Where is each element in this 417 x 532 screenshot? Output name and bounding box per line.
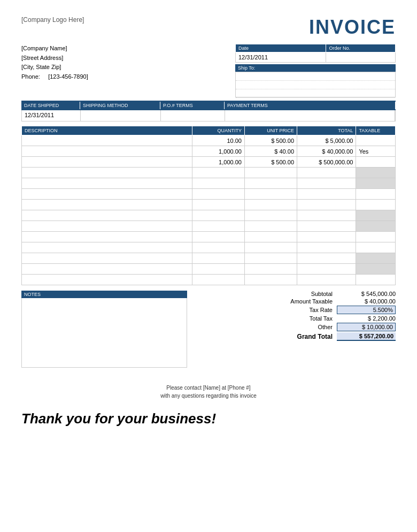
- subtotal-label: Subtotal: [268, 291, 333, 297]
- table-row: [22, 232, 396, 242]
- item-quantity: [192, 210, 244, 221]
- amount-taxable-label: Amount Taxable: [268, 298, 333, 305]
- ship-col1-label: DATE SHIPPED: [21, 102, 80, 109]
- item-unit-price: $ 500.00: [244, 157, 297, 168]
- item-taxable: [356, 210, 396, 221]
- shipping-header: DATE SHIPPED SHIPPING METHOD P.O.# TERMS…: [21, 101, 396, 110]
- table-row: 1,000.00$ 500.00$ 500,000.00: [22, 157, 396, 168]
- item-description: [22, 146, 192, 157]
- ship-col4-value: [225, 110, 395, 121]
- item-description: [22, 157, 192, 168]
- info-section: [Company Name] [Street Address] [City, S…: [21, 44, 396, 97]
- item-taxable: [356, 242, 396, 253]
- item-description: [22, 275, 192, 285]
- item-total: [297, 178, 356, 189]
- item-total: [297, 253, 356, 264]
- ship-col3-label: P.O.# TERMS: [160, 102, 225, 109]
- item-quantity: [192, 264, 244, 275]
- item-unit-price: [244, 210, 297, 221]
- notes-body[interactable]: [21, 298, 187, 368]
- table-row: 1,000.00$ 40.00$ 40,000.00Yes: [22, 146, 396, 157]
- table-row: [22, 242, 396, 253]
- phone-value: [123-456-7890]: [48, 73, 88, 80]
- item-description: [22, 242, 192, 253]
- item-taxable: [356, 221, 396, 232]
- thank-you-message: Thank you for your business!: [21, 411, 396, 427]
- item-total: [297, 210, 356, 221]
- ship-col4-label: PAYMENT TERMS: [225, 102, 396, 109]
- header: [Company Logo Here] INVOICE: [21, 16, 396, 39]
- footer-line2: with any questions regarding this invoic…: [21, 392, 396, 400]
- ship-col3-value: [161, 110, 225, 121]
- tax-rate-label: Tax Rate: [268, 307, 333, 313]
- item-total: [297, 200, 356, 210]
- amount-taxable-value: $ 40,000.00: [337, 298, 396, 305]
- table-row: [22, 178, 396, 189]
- item-total: [297, 242, 356, 253]
- item-description: [22, 221, 192, 232]
- date-order-table: Date Order No. 12/31/2011: [235, 44, 396, 63]
- item-unit-price: [244, 242, 297, 253]
- col-quantity: QUANTITY: [192, 126, 244, 135]
- ship-to-line-1: [236, 72, 395, 81]
- table-row: [22, 168, 396, 178]
- bottom-section: NOTES Subtotal $ 545,000.00 Amount Taxab…: [21, 291, 396, 368]
- item-description: [22, 200, 192, 210]
- table-row: [22, 221, 396, 232]
- item-unit-price: [244, 221, 297, 232]
- item-taxable: [356, 168, 396, 178]
- col-description: DESCRIPTION: [22, 126, 192, 135]
- tax-rate-value[interactable]: 5.500%: [337, 306, 396, 314]
- item-quantity: [192, 275, 244, 285]
- item-description: [22, 210, 192, 221]
- other-label: Other: [268, 324, 333, 330]
- item-taxable: [356, 135, 396, 146]
- company-logo: [Company Logo Here]: [21, 16, 84, 24]
- order-label: Order No.: [326, 44, 396, 52]
- item-taxable: [356, 178, 396, 189]
- total-tax-value: $ 2,200.00: [337, 315, 396, 322]
- notes-header: NOTES: [21, 291, 187, 298]
- ship-to-line-3: [236, 89, 395, 98]
- item-unit-price: $ 500.00: [244, 135, 297, 146]
- grand-total-row: Grand Total $ 557,200.00: [225, 332, 396, 341]
- other-value[interactable]: $ 10,000.00: [337, 323, 396, 331]
- item-quantity: 1,000.00: [192, 157, 244, 168]
- item-taxable: [356, 275, 396, 285]
- company-address: [Street Address]: [21, 54, 88, 63]
- item-description: [22, 232, 192, 242]
- totals-block: Subtotal $ 545,000.00 Amount Taxable $ 4…: [225, 291, 396, 342]
- table-row: [22, 189, 396, 200]
- item-total: [297, 232, 356, 242]
- item-total: [297, 275, 356, 285]
- item-taxable: Yes: [356, 146, 396, 157]
- tax-rate-row: Tax Rate 5.500%: [225, 306, 396, 314]
- ship-to-lines: [235, 72, 396, 97]
- item-total: [297, 189, 356, 200]
- item-quantity: [192, 253, 244, 264]
- item-taxable: [356, 253, 396, 264]
- order-value: [326, 52, 396, 63]
- item-quantity: [192, 221, 244, 232]
- item-quantity: 10.00: [192, 135, 244, 146]
- item-unit-price: [244, 232, 297, 242]
- col-taxable: TAXABLE: [356, 126, 396, 135]
- table-row: [22, 275, 396, 285]
- ship-col1-value: 12/31/2011: [22, 110, 81, 121]
- grand-total-label: Grand Total: [268, 333, 333, 340]
- items-table: DESCRIPTION QUANTITY UNIT PRICE TOTAL TA…: [21, 126, 396, 285]
- total-tax-row: Total Tax $ 2,200.00: [225, 315, 396, 322]
- table-row: [22, 253, 396, 264]
- amount-taxable-row: Amount Taxable $ 40,000.00: [225, 298, 396, 305]
- item-description: [22, 135, 192, 146]
- subtotal-value: $ 545,000.00: [337, 291, 396, 297]
- item-description: [22, 168, 192, 178]
- item-unit-price: [244, 189, 297, 200]
- item-quantity: [192, 242, 244, 253]
- footer-line1: Please contact [Name] at [Phone #]: [21, 384, 396, 392]
- item-unit-price: [244, 264, 297, 275]
- item-unit-price: [244, 178, 297, 189]
- item-total: $ 40,000.00: [297, 146, 356, 157]
- total-tax-label: Total Tax: [268, 315, 333, 322]
- phone-label: Phone:: [21, 73, 40, 80]
